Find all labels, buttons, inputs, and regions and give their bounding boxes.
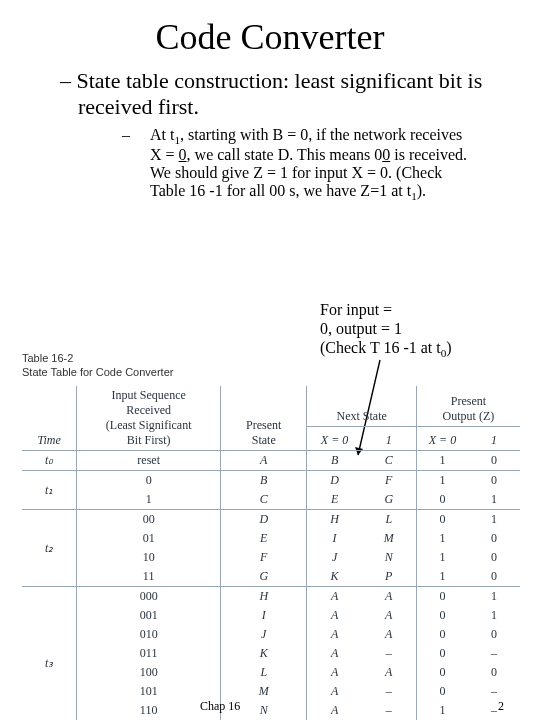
time-cell: t₁ (22, 471, 77, 510)
z0-cell: 0 (416, 625, 468, 644)
table-title: State Table for Code Converter (22, 366, 520, 378)
z1-cell: 1 (468, 606, 520, 625)
footer-page-number: 2 (498, 699, 504, 714)
ps-cell: D (221, 510, 307, 530)
ps-cell: K (221, 644, 307, 663)
seq-cell: 100 (77, 663, 221, 682)
th-next-state: Next State (307, 386, 416, 427)
z0-cell: 0 (416, 587, 468, 607)
ns0-cell: A (307, 644, 362, 663)
bullet-level-2: –At t1, starting with B = 0, if the netw… (30, 126, 510, 202)
z1-cell: 0 (468, 625, 520, 644)
seq-cell: reset (77, 451, 221, 471)
state-table-block: Table 16-2 State Table for Code Converte… (22, 352, 520, 720)
z0-cell: 1 (416, 451, 468, 471)
ps-cell: H (221, 587, 307, 607)
z1-cell: – (468, 682, 520, 701)
z0-cell: 1 (416, 701, 468, 720)
time-cell: t₂ (22, 510, 77, 587)
z1-cell: 0 (468, 451, 520, 471)
table-row: 011KA–0– (22, 644, 520, 663)
table-row: 11GKP10 (22, 567, 520, 587)
ns1-cell: A (362, 625, 417, 644)
ns0-cell: K (307, 567, 362, 587)
z0-cell: 1 (416, 548, 468, 567)
z0-cell: 0 (416, 682, 468, 701)
z1-cell: 1 (468, 510, 520, 530)
seq-cell: 00 (77, 510, 221, 530)
ns0-cell: D (307, 471, 362, 491)
ns0-cell: A (307, 606, 362, 625)
ps-cell: J (221, 625, 307, 644)
table-row: 101MA–0– (22, 682, 520, 701)
table-row: 01EIM10 (22, 529, 520, 548)
seq-cell: 10 (77, 548, 221, 567)
ns1-cell: A (362, 663, 417, 682)
ns0-cell: E (307, 490, 362, 510)
z1-cell: – (468, 701, 520, 720)
ns0-cell: A (307, 663, 362, 682)
seq-cell: 001 (77, 606, 221, 625)
ns0-cell: A (307, 625, 362, 644)
z0-cell: 0 (416, 644, 468, 663)
page-title: Code Converter (30, 16, 510, 58)
table-row: 010JAA00 (22, 625, 520, 644)
table-row: 110NA–1– (22, 701, 520, 720)
th-ns-x0: X = 0 (307, 427, 362, 451)
time-cell: t₃ (22, 587, 77, 721)
seq-cell: 000 (77, 587, 221, 607)
z1-cell: 1 (468, 490, 520, 510)
z1-cell: 0 (468, 548, 520, 567)
z1-cell: 1 (468, 587, 520, 607)
ns1-cell: – (362, 644, 417, 663)
time-cell: t₀ (22, 451, 77, 471)
table-row: 100LAA00 (22, 663, 520, 682)
ps-cell: B (221, 471, 307, 491)
ns0-cell: B (307, 451, 362, 471)
z0-cell: 1 (416, 471, 468, 491)
th-out-x1: 1 (468, 427, 520, 451)
bullet-level-1: – State table construction: least signif… (30, 68, 510, 120)
th-out-x0: X = 0 (416, 427, 468, 451)
ps-cell: C (221, 490, 307, 510)
ns1-cell: L (362, 510, 417, 530)
ns0-cell: J (307, 548, 362, 567)
ns0-cell: A (307, 701, 362, 720)
seq-cell: 01 (77, 529, 221, 548)
ns1-cell: C (362, 451, 417, 471)
ps-cell: F (221, 548, 307, 567)
z1-cell: – (468, 644, 520, 663)
table-row: t₀resetABC10 (22, 451, 520, 471)
ps-cell: I (221, 606, 307, 625)
z0-cell: 0 (416, 606, 468, 625)
seq-cell: 011 (77, 644, 221, 663)
footer-chapter: Chap 16 (200, 699, 240, 714)
ns1-cell: – (362, 701, 417, 720)
table-label: Table 16-2 (22, 352, 520, 364)
seq-cell: 0 (77, 471, 221, 491)
z1-cell: 0 (468, 529, 520, 548)
th-time: Time (22, 386, 77, 451)
z0-cell: 0 (416, 510, 468, 530)
table-row: t₁0BDF10 (22, 471, 520, 491)
ns0-cell: A (307, 587, 362, 607)
seq-cell: 11 (77, 567, 221, 587)
th-output: PresentOutput (Z) (416, 386, 520, 427)
th-present-state: PresentState (221, 386, 307, 451)
table-row: 001IAA01 (22, 606, 520, 625)
table-row: 1CEG01 (22, 490, 520, 510)
ns0-cell: H (307, 510, 362, 530)
state-table: Time Input Sequence Received (Least Sign… (22, 386, 520, 720)
ps-cell: L (221, 663, 307, 682)
th-seq: Input Sequence Received (Least Significa… (77, 386, 221, 451)
table-row: 10FJN10 (22, 548, 520, 567)
z1-cell: 0 (468, 663, 520, 682)
th-ns-x1: 1 (362, 427, 417, 451)
ns1-cell: A (362, 606, 417, 625)
z0-cell: 1 (416, 529, 468, 548)
ps-cell: G (221, 567, 307, 587)
table-row: t₃000HAA01 (22, 587, 520, 607)
ns1-cell: G (362, 490, 417, 510)
z0-cell: 1 (416, 567, 468, 587)
ns0-cell: I (307, 529, 362, 548)
